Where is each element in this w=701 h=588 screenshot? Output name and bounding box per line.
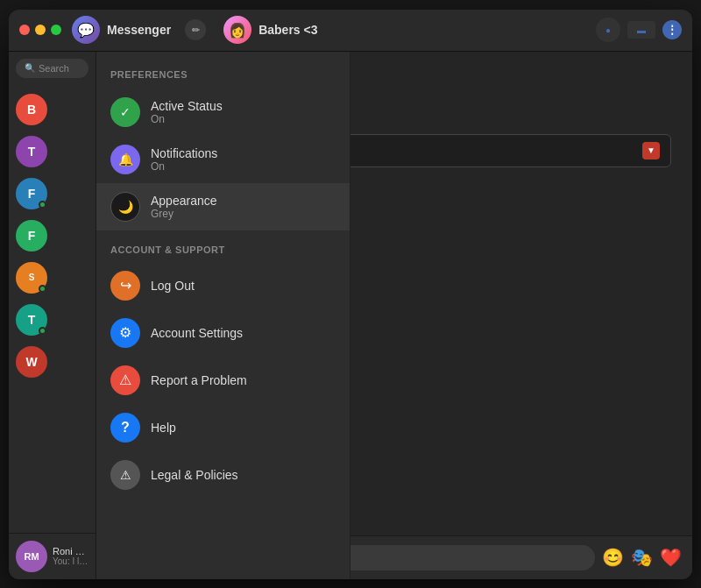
appearance-icon: 🌙 [110, 192, 140, 222]
traffic-lights [19, 25, 61, 35]
list-item[interactable]: S [9, 257, 96, 299]
maximize-button[interactable] [51, 25, 61, 35]
preferences-panel: PREFERENCES ✓ Active Status On 🔔 Notific… [96, 52, 350, 579]
chevron-down-icon: ▼ [647, 145, 655, 155]
pref-item-account-settings[interactable]: ⚙ Account Settings [96, 309, 350, 357]
report-text: Report a Problem [151, 373, 336, 387]
help-label: Help [151, 421, 336, 435]
shield-icon: ⚠ [120, 468, 131, 482]
chat-header-actions: ● ▬ ⋮ [596, 18, 682, 42]
logout-label: Log Out [151, 279, 336, 293]
account-settings-icon: ⚙ [110, 318, 140, 348]
legal-label: Legal & Policies [151, 468, 336, 482]
active-status-text: Active Status On [151, 99, 336, 125]
legal-text: Legal & Policies [151, 468, 336, 482]
title-bar: 💬 Messenger ✏ 👩 Babers <3 ● ▬ ⋮ [9, 10, 692, 52]
contact-avatar: F [16, 178, 47, 209]
sticker-button[interactable]: 🎭 [631, 547, 653, 568]
contact-avatar: T [16, 304, 47, 336]
contact-avatar: F [16, 220, 47, 251]
contact-avatar: S [16, 262, 47, 294]
chat-avatar: 👩 [223, 16, 251, 44]
active-icon-symbol: ✓ [120, 105, 131, 119]
notifications-text: Notifications On [151, 146, 336, 173]
notifications-icon: 🔔 [110, 145, 140, 174]
app-window: 💬 Messenger ✏ 👩 Babers <3 ● ▬ ⋮ [9, 10, 692, 579]
contacts-sidebar: 🔍 Search B T F [9, 52, 96, 579]
contact-list: B T F F [9, 85, 96, 533]
edit-icon: ✏ [192, 25, 200, 36]
list-item[interactable]: B [9, 89, 96, 131]
report-icon: ⚠ [110, 365, 140, 395]
list-item[interactable]: F [9, 173, 96, 215]
question-icon: ? [121, 420, 130, 436]
pref-item-active-status[interactable]: ✓ Active Status On [96, 89, 350, 136]
video-icon: ▬ [637, 25, 646, 35]
dots-icon: ⋮ [667, 24, 678, 36]
edit-icon-button[interactable]: ✏ [185, 19, 206, 40]
list-item[interactable]: T [9, 299, 96, 341]
contact-avatar: T [16, 136, 47, 167]
app-title-section: 💬 Messenger ✏ [72, 16, 206, 44]
contact-avatar: W [16, 346, 47, 378]
legal-icon: ⚠ [110, 460, 140, 490]
pref-item-help[interactable]: ? Help [96, 404, 350, 451]
notifications-label: Notifications [151, 146, 336, 160]
account-settings-label: Account Settings [151, 326, 336, 340]
search-icon: 🔍 [25, 63, 35, 73]
preferences-header: PREFERENCES [96, 52, 350, 89]
search-bar[interactable]: 🔍 Search [16, 59, 89, 78]
active-status-label: Active Status [151, 99, 336, 113]
app-title: Messenger [107, 23, 171, 37]
emoji-picker-button[interactable]: 😊 [602, 547, 624, 568]
account-settings-text: Account Settings [151, 326, 336, 340]
online-indicator [39, 285, 46, 293]
main-content: 🔍 Search B T F [9, 52, 692, 579]
video-button[interactable]: ▬ [627, 21, 655, 39]
appearance-label: Appearance [151, 194, 336, 208]
preferences-title: PREFERENCES [110, 69, 188, 80]
minimize-button[interactable] [35, 25, 46, 35]
call-icon: ● [605, 25, 611, 35]
bottom-user-avatar: RM [16, 541, 47, 572]
call-button[interactable]: ● [596, 18, 620, 42]
account-section-label: ACCOUNT & SUPPORT [110, 244, 225, 255]
pref-item-legal[interactable]: ⚠ Legal & Policies [96, 451, 350, 499]
pref-item-appearance[interactable]: 🌙 Appearance Grey [96, 183, 350, 230]
notifications-sub: On [151, 160, 336, 173]
dropdown-arrow-icon: ▼ [642, 142, 660, 159]
bottom-user-preview: You: I love you and mis... [53, 556, 89, 566]
warning-icon: ⚠ [119, 372, 131, 388]
help-icon: ? [110, 413, 140, 443]
contact-avatar: B [16, 94, 47, 125]
active-status-sub: On [151, 113, 336, 125]
list-item[interactable]: F [9, 215, 96, 257]
logout-icon: ↪ [110, 271, 140, 301]
app-avatar: 💬 [72, 16, 100, 44]
pref-item-notifications[interactable]: 🔔 Notifications On [96, 136, 350, 183]
bottom-user-name: Roni Myrick [53, 546, 89, 556]
list-item[interactable]: W [9, 341, 96, 383]
bottom-user-item[interactable]: RM Roni Myrick You: I love you and mis..… [9, 533, 96, 579]
pref-item-report-problem[interactable]: ⚠ Report a Problem [96, 357, 350, 404]
heart-button[interactable]: ❤️ [660, 547, 682, 568]
moon-icon: 🌙 [118, 200, 133, 214]
close-button[interactable] [19, 25, 30, 35]
bottom-user-info: Roni Myrick You: I love you and mis... [53, 546, 89, 566]
online-indicator [39, 201, 46, 209]
active-status-icon: ✓ [110, 97, 140, 127]
report-label: Report a Problem [151, 373, 336, 387]
pref-item-logout[interactable]: ↪ Log Out [96, 262, 350, 309]
search-placeholder: Search [39, 63, 69, 74]
chat-title: Babers <3 [258, 23, 317, 37]
online-indicator [39, 327, 46, 335]
help-text: Help [151, 421, 336, 435]
bell-icon: 🔔 [118, 152, 133, 166]
appearance-sub: Grey [151, 208, 336, 220]
appearance-text: Appearance Grey [151, 194, 336, 220]
logout-text: Log Out [151, 279, 336, 293]
list-item[interactable]: T [9, 131, 96, 173]
more-options-button[interactable]: ⋮ [662, 20, 682, 39]
chat-header: 👩 Babers <3 ● ▬ ⋮ [206, 16, 682, 44]
logout-icon-symbol: ↪ [120, 277, 131, 294]
